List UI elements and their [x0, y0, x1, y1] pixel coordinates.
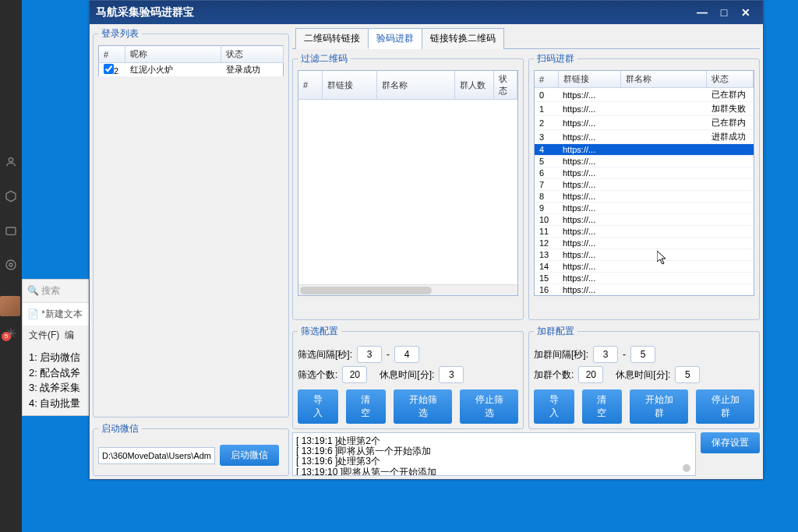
filter-qr-panel: 过滤二维码 # 群链接 群名称 群人数 状态	[292, 52, 524, 320]
app-window: 马航采集验码进群宝 — □ ✕ 登录列表 # 昵称 状态 2红泥小火炉登录成功	[89, 0, 764, 480]
table-row[interactable]: 0https://...已在群内	[535, 88, 754, 102]
table-row[interactable]: 6https://...	[535, 167, 754, 179]
join-interval-max[interactable]	[630, 346, 655, 363]
join-count-label: 加群个数:	[534, 368, 574, 382]
log-line: [ 13:19:6 ]处理第3个	[296, 456, 692, 467]
filter-start-button[interactable]: 开始筛选	[394, 389, 452, 424]
table-row[interactable]: 2https://...已在群内	[535, 116, 754, 130]
table-row[interactable]: 11https://...	[535, 226, 754, 238]
close-button[interactable]: ✕	[735, 5, 757, 20]
avatar[interactable]	[0, 296, 20, 316]
menu-edit[interactable]: 编	[65, 329, 74, 340]
table-row[interactable]: 13https://...	[535, 249, 754, 261]
table-row[interactable]: 16https://...	[535, 284, 754, 296]
app-title: 马航采集验码进群宝	[96, 5, 194, 19]
start-wechat-panel: 启动微信 启动微信	[93, 422, 289, 476]
scan-join-panel: 扫码进群 # 群链接 群名称 状态 0https://...已在群内1https…	[528, 52, 760, 320]
filter-count-label: 筛选个数:	[298, 368, 337, 382]
log-output[interactable]: [ 13:19:1 ]处理第2个 [ 13:19:6 ]即将从第一个开始添加 […	[292, 432, 696, 476]
table-row[interactable]: 1https://...加群失败	[535, 102, 754, 116]
col-idx[interactable]: #	[535, 71, 558, 88]
join-interval-label: 加群间隔[秒]:	[534, 348, 588, 361]
filter-table[interactable]: # 群链接 群名称 群人数 状态	[298, 71, 517, 100]
table-row[interactable]: 2红泥小火炉登录成功	[99, 63, 284, 77]
row-checkbox[interactable]	[104, 64, 114, 74]
scan-join-legend: 扫码进群	[534, 52, 577, 65]
join-config-panel: 加群配置 加群间隔[秒]: - 加群个数: 休息时间[分]:	[528, 325, 760, 429]
os-taskbar	[0, 0, 22, 532]
join-import-button[interactable]: 导入	[534, 389, 574, 424]
join-count[interactable]	[578, 366, 603, 383]
start-wechat-button[interactable]: 启动微信	[220, 445, 279, 466]
table-row[interactable]: 4https://...	[535, 144, 754, 156]
menu-file[interactable]: 文件(F)	[29, 329, 59, 340]
notification-badge: 5	[2, 332, 11, 341]
table-row[interactable]: 7https://...	[535, 179, 754, 191]
cube-icon[interactable]	[5, 190, 17, 203]
filter-interval-min[interactable]	[357, 346, 382, 363]
table-row[interactable]: 3https://...进群成功	[535, 130, 754, 144]
filter-clear-button[interactable]: 清空	[346, 389, 387, 424]
filter-rest-label: 休息时间[分]:	[380, 368, 434, 382]
scan-table[interactable]: # 群链接 群名称 状态 0https://...已在群内1https://..…	[535, 71, 754, 296]
filter-interval-label: 筛选间隔[秒]:	[298, 348, 352, 361]
filter-config-legend: 筛选配置	[298, 325, 341, 338]
svg-rect-1	[6, 227, 16, 234]
titlebar[interactable]: 马航采集验码进群宝 — □ ✕	[90, 1, 763, 24]
tab-qr-to-link[interactable]: 二维码转链接	[295, 28, 369, 49]
filter-stop-button[interactable]: 停止筛选	[460, 389, 518, 424]
col-link[interactable]: 群链接	[322, 71, 376, 100]
col-name[interactable]: 群名称	[376, 71, 455, 100]
join-start-button[interactable]: 开始加群	[630, 389, 688, 424]
table-row[interactable]: 9https://...	[535, 203, 754, 214]
col-name[interactable]: 群名称	[620, 71, 707, 88]
join-clear-button[interactable]: 清空	[582, 389, 623, 424]
start-wechat-legend: 启动微信	[98, 422, 142, 435]
col-status[interactable]: 状态	[221, 46, 284, 63]
svg-point-2	[9, 263, 12, 266]
minimize-button[interactable]: —	[691, 5, 713, 20]
col-idx[interactable]: #	[99, 46, 125, 63]
col-nick[interactable]: 昵称	[125, 46, 221, 63]
maximize-button[interactable]: □	[713, 5, 735, 20]
table-row[interactable]: 14https://...	[535, 261, 754, 273]
tab-verify-join[interactable]: 验码进群	[368, 28, 422, 49]
tab-bar: 二维码转链接 验码进群 链接转换二维码	[292, 27, 760, 49]
join-rest[interactable]	[675, 366, 700, 383]
filter-interval-max[interactable]	[394, 346, 419, 363]
user-icon[interactable]	[5, 156, 17, 168]
filter-rest[interactable]	[439, 366, 464, 383]
wechat-path-input[interactable]	[98, 447, 215, 464]
login-list-legend: 登录列表	[98, 27, 142, 41]
join-interval-min[interactable]	[593, 346, 618, 363]
folder-icon[interactable]	[5, 224, 17, 237]
table-row[interactable]: 8https://...	[535, 191, 754, 203]
table-row[interactable]: 5https://...	[535, 156, 754, 167]
col-status[interactable]: 状态	[707, 71, 754, 88]
col-link[interactable]: 群链接	[558, 71, 620, 88]
login-list-panel: 登录列表 # 昵称 状态 2红泥小火炉登录成功	[93, 27, 289, 417]
filter-import-button[interactable]: 导入	[298, 389, 338, 424]
col-idx[interactable]: #	[298, 71, 322, 100]
join-config-legend: 加群配置	[534, 325, 577, 338]
svg-point-3	[6, 260, 16, 270]
table-row[interactable]: 10https://...	[535, 214, 754, 226]
join-rest-label: 休息时间[分]:	[616, 368, 670, 382]
filter-qr-legend: 过滤二维码	[298, 52, 351, 65]
join-stop-button[interactable]: 停止加群	[696, 389, 754, 424]
table-row[interactable]: 12https://...	[535, 238, 754, 249]
table-row[interactable]: 15https://...	[535, 273, 754, 284]
filter-config-panel: 筛选配置 筛选间隔[秒]: - 筛选个数: 休息时间[分]:	[292, 325, 524, 429]
save-settings-button[interactable]: 保存设置	[701, 432, 760, 453]
login-table[interactable]: # 昵称 状态 2红泥小火炉登录成功	[98, 45, 284, 77]
tab-link-to-qr[interactable]: 链接转换二维码	[422, 28, 504, 49]
col-count[interactable]: 群人数	[455, 71, 494, 100]
filter-count[interactable]	[342, 366, 367, 383]
svg-point-0	[9, 158, 12, 162]
gear-icon[interactable]	[5, 259, 17, 271]
table-row[interactable]: 17https://...	[535, 296, 754, 297]
log-line: [ 13:19:10 ]即将从第一个开始添加	[296, 467, 692, 476]
col-status[interactable]: 状态	[494, 71, 517, 100]
status-dot-icon	[683, 464, 690, 472]
horizontal-scrollbar[interactable]	[298, 284, 517, 295]
